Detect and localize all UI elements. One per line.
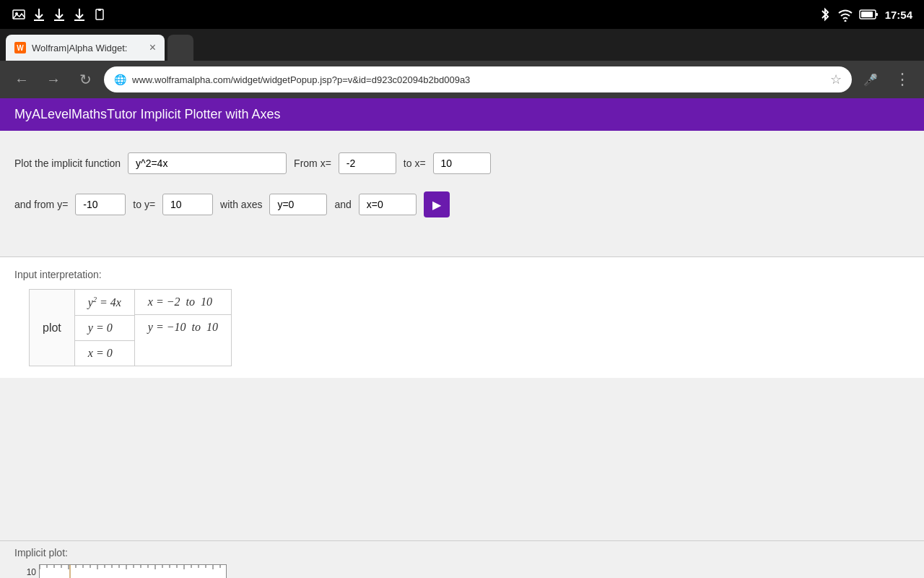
- url-display: www.wolframalpha.com/widget/widgetPopup.…: [132, 74, 824, 85]
- address-bar[interactable]: 🌐 www.wolframalpha.com/widget/widgetPopu…: [104, 66, 852, 92]
- from-y-label: and from y=: [14, 199, 68, 210]
- widget-body: Plot the implicit function From x= to x=…: [0, 131, 924, 256]
- bookmark-icon[interactable]: ☆: [830, 72, 842, 87]
- from-x-label: From x=: [294, 158, 331, 169]
- tab-close-button[interactable]: ×: [149, 41, 156, 54]
- tab-label: Wolfram|Alpha Widget:: [32, 43, 127, 53]
- equation-3: x = 0: [75, 341, 134, 366]
- url-path: /widget/widgetPopup.jsp?p=v&id=d923c0209…: [231, 74, 471, 85]
- tab-favicon: W: [14, 42, 26, 53]
- svg-point-10: [844, 20, 846, 22]
- battery-icon: [859, 8, 879, 21]
- url-domain: wolframalpha.com: [154, 74, 231, 85]
- status-bar: 17:54: [0, 0, 924, 29]
- equation-2: y = 0: [75, 316, 134, 341]
- plot-label: Plot the implicit function: [14, 158, 121, 169]
- axis-y-input[interactable]: [269, 194, 327, 215]
- form-row-2: and from y= to y= with axes and ▶: [14, 191, 910, 217]
- status-bar-right-icons: 17:54: [819, 7, 912, 22]
- bluetooth-icon: [819, 7, 832, 22]
- implicit-plot-title: Implicit plot:: [14, 547, 910, 558]
- plot-section: Implicit plot: 10: [0, 540, 924, 578]
- status-bar-left-icons: [12, 7, 107, 22]
- tab-bar: W Wolfram|Alpha Widget: ×: [0, 29, 924, 61]
- function-input[interactable]: [128, 152, 287, 174]
- submit-button[interactable]: ▶: [424, 191, 450, 217]
- svg-rect-12: [876, 13, 878, 16]
- back-icon: ←: [14, 72, 29, 88]
- page-content: MyALevelMathsTutor Implicit Plotter with…: [0, 98, 924, 540]
- clipboard-icon: [92, 7, 107, 22]
- plot-y-axis-label: 10: [14, 564, 36, 577]
- x-to-input[interactable]: [433, 152, 491, 174]
- photo-icon: [12, 7, 26, 22]
- y-from-input[interactable]: [75, 194, 126, 215]
- svg-rect-8: [96, 9, 103, 20]
- ranges-column: x = −2 to 10 y = −10 to 10: [135, 289, 232, 366]
- favicon-letter: W: [17, 44, 23, 52]
- mic-button[interactable]: 🎤: [858, 66, 884, 92]
- result-section: Input interpretation: plot y2 = 4x y = 0…: [0, 256, 924, 378]
- with-axes-label: with axes: [220, 199, 262, 210]
- download-icon3: [72, 7, 87, 22]
- axis-x-input[interactable]: [359, 194, 417, 215]
- new-tab-button[interactable]: [167, 35, 193, 61]
- globe-icon: 🌐: [114, 74, 126, 85]
- x-range: x = −2 to 10: [135, 290, 231, 315]
- and-label: and: [334, 199, 351, 210]
- menu-icon: ⋮: [894, 70, 911, 89]
- nav-bar: ← → ↻ 🌐 www.wolframalpha.com/widget/widg…: [0, 61, 924, 98]
- mic-icon: 🎤: [863, 73, 878, 87]
- svg-rect-13: [861, 12, 873, 17]
- to-y-label: to y=: [133, 199, 155, 210]
- interpretation-title: Input interpretation:: [14, 269, 910, 280]
- form-row-1: Plot the implicit function From x= to x=: [14, 152, 910, 174]
- active-tab[interactable]: W Wolfram|Alpha Widget: ×: [6, 35, 165, 61]
- menu-button[interactable]: ⋮: [889, 66, 915, 92]
- reload-icon: ↻: [79, 71, 92, 88]
- download-icon1: [32, 7, 46, 22]
- x-from-input[interactable]: [339, 152, 396, 174]
- svg-rect-9: [98, 9, 101, 11]
- y-to-input[interactable]: [162, 194, 213, 215]
- widget-title: MyALevelMathsTutor Implicit Plotter with…: [14, 107, 280, 121]
- forward-button[interactable]: →: [40, 66, 66, 92]
- interpretation-table: plot y2 = 4x y = 0 x = 0 x = −2 to 10 y …: [29, 289, 910, 366]
- equation-1: y2 = 4x: [75, 290, 134, 316]
- time-display: 17:54: [885, 9, 912, 21]
- reload-button[interactable]: ↻: [72, 66, 98, 92]
- wifi-icon: [837, 7, 853, 22]
- plot-svg: [40, 565, 227, 578]
- tick-marks: [40, 565, 227, 569]
- plot-canvas: [39, 564, 227, 578]
- submit-icon: ▶: [432, 198, 441, 212]
- to-x-label: to x=: [404, 158, 426, 169]
- url-prefix: www.: [132, 74, 154, 85]
- widget-header: MyALevelMathsTutor Implicit Plotter with…: [0, 98, 924, 131]
- forward-icon: →: [46, 72, 61, 88]
- download-icon2: [52, 7, 66, 22]
- back-button[interactable]: ←: [9, 66, 35, 92]
- plot-keyword: plot: [29, 289, 75, 366]
- y-range: y = −10 to 10: [135, 315, 231, 340]
- equations-column: y2 = 4x y = 0 x = 0: [75, 289, 135, 366]
- plot-area: 10: [14, 564, 910, 578]
